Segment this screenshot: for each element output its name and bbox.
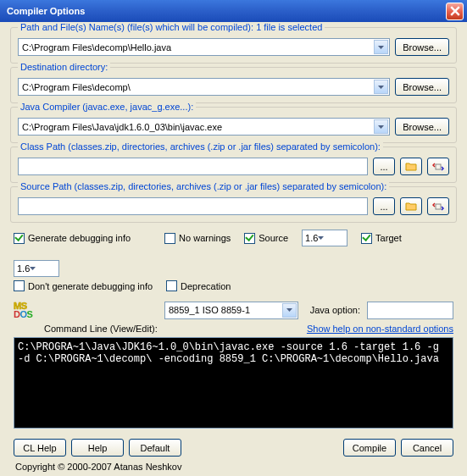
cmdlabel-row: Command Line (View/Edit): Show help on n… [10,324,457,335]
default-button[interactable]: Default [129,439,181,457]
window-title: Compiler Options [7,6,446,16]
options-row-1: Generate debugging info No warnings Sour… [10,226,457,280]
target-combo[interactable]: 1.6 [14,260,59,277]
sourcepath-folder-button[interactable] [400,197,422,215]
target-value: 1.6 [17,263,30,274]
sourcepath-input[interactable] [18,197,368,215]
msdos-icon: MSDOS [14,298,41,322]
classpath-tool-button[interactable] [427,158,449,175]
nonstandard-help-link[interactable]: Show help on non-standard options [307,324,453,334]
sourcepath-tool-button[interactable] [427,197,449,215]
nowarn-label: No warnings [179,233,231,243]
compiler-combo[interactable]: C:\Program Files\Java\jdk1.6.0_03\bin\ja… [18,118,390,136]
compile-button[interactable]: Compile [343,439,396,457]
gendbg-label: Generate debugging info [28,233,131,243]
source-check[interactable]: Source [244,233,288,244]
path-label: Path and File(s) Name(s) (file(s) which … [18,22,325,32]
javaopt-label: Java option: [310,305,360,315]
checkbox-icon [244,233,255,244]
encoding-row: MSDOS 8859_1 ISO 8859-1 Java option: [10,295,457,324]
sourcepath-label: Source Path (classes.zip, directories, a… [18,181,389,191]
source-label: Source [259,233,288,243]
compiler-value: C:\Program Files\Java\jdk1.6.0_03\bin\ja… [22,122,222,132]
encoding-value: 8859_1 ISO 8859-1 [169,305,250,315]
checkbox-icon [166,280,177,291]
commandline-view[interactable]: C:\PROGRA~1\Java\JDK16~1.0_0\bin\javac.e… [14,337,453,429]
folder-icon [405,162,417,171]
nowarn-check[interactable]: No warnings [164,233,231,244]
close-icon [450,6,460,16]
chevron-down-icon[interactable] [30,262,42,275]
javaopt-input[interactable] [367,302,453,319]
compiler-browse-button[interactable]: Browse... [395,118,449,136]
classpath-dots-button[interactable]: ... [373,158,395,175]
help-button[interactable]: Help [71,439,124,457]
svg-rect-0 [436,164,441,169]
path-browse-button[interactable]: Browse... [395,38,449,56]
depr-check[interactable]: Deprecation [166,280,231,291]
nodbg-check[interactable]: Don't generate debugging info [14,280,153,291]
nodbg-label: Don't generate debugging info [28,281,153,291]
options-row-2: Don't generate debugging info Deprecatio… [10,280,457,295]
button-bar: CL Help Help Default Compile Cancel [10,434,457,458]
svg-rect-1 [436,204,441,209]
copyright-text: Copyright © 2000-2007 Atanas Neshkov [10,458,457,472]
dest-group: Destination directory: C:\Program Files\… [10,67,457,103]
target-check[interactable]: Target [361,233,402,244]
dialog-content: Path and File(s) Name(s) (file(s) which … [0,22,467,476]
close-button[interactable] [446,3,464,20]
source-combo[interactable]: 1.6 [302,230,347,246]
checkbox-icon [164,233,175,244]
dest-label: Destination directory: [18,62,110,72]
classpath-folder-button[interactable] [400,158,422,175]
title-bar: Compiler Options [0,0,467,22]
encoding-combo[interactable]: 8859_1 ISO 8859-1 [164,302,298,319]
sourcepath-group: Source Path (classes.zip, directories, a… [10,186,457,223]
folder-icon [405,202,417,211]
checkbox-icon [14,233,25,244]
path-group: Path and File(s) Name(s) (file(s) which … [10,27,457,64]
chevron-down-icon[interactable] [374,80,388,94]
source-value: 1.6 [305,233,318,243]
gendbg-check[interactable]: Generate debugging info [14,233,131,244]
clhelp-button[interactable]: CL Help [14,439,66,457]
compiler-label: Java Compiler (javac.exe, javac_g.exe...… [18,102,196,112]
cancel-button[interactable]: Cancel [401,439,453,457]
classpath-group: Class Path (classes.zip, directories, ar… [10,147,457,183]
chevron-down-icon[interactable] [374,119,388,134]
path-combo[interactable]: C:\Program Files\decomp\Hello.java [18,38,390,56]
sourcepath-dots-button[interactable]: ... [373,197,395,215]
dest-combo[interactable]: C:\Program Files\decomp\ [18,78,390,96]
dest-value: C:\Program Files\decomp\ [22,82,131,92]
path-value: C:\Program Files\decomp\Hello.java [22,42,171,53]
compiler-group: Java Compiler (javac.exe, javac_g.exe...… [10,107,457,143]
checkbox-icon [14,280,25,291]
chevron-down-icon[interactable] [282,303,297,318]
classpath-input[interactable] [18,158,368,175]
chevron-down-icon[interactable] [374,40,388,54]
chevron-down-icon[interactable] [318,231,331,245]
dest-browse-button[interactable]: Browse... [395,78,449,96]
arrows-icon [432,162,444,172]
depr-label: Deprecation [181,281,231,291]
arrows-icon [432,202,444,212]
checkbox-icon [361,233,372,244]
cmdline-label: Command Line (View/Edit): [44,324,158,334]
classpath-label: Class Path (classes.zip, directories, ar… [18,141,383,152]
target-label: Target [375,233,402,243]
